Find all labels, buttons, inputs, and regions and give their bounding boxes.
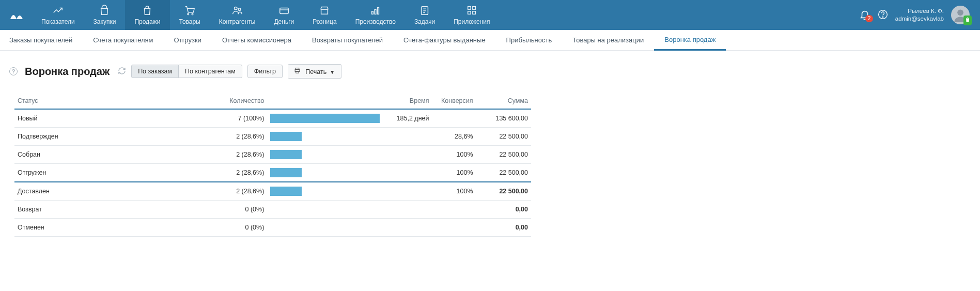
nav-retail[interactable]: Розница: [303, 0, 346, 30]
filter-button[interactable]: Фильтр: [247, 65, 283, 78]
nav-label: Производство: [355, 18, 396, 25]
cell-time: 185,2 дней: [383, 109, 432, 128]
subnav-item[interactable]: Возвраты покупателей: [302, 30, 393, 50]
table-row[interactable]: Отменен0 (0%)0,00: [14, 219, 531, 237]
cell-status: Доставлен: [14, 182, 179, 201]
cell-bar: [267, 109, 382, 128]
page-header: ? Воронка продаж По заказам По контраген…: [0, 51, 980, 88]
user-block[interactable]: Рылеев К. Ф. admin@sevkavlab: [895, 7, 944, 23]
subnav-item[interactable]: Заказы покупателей: [9, 30, 83, 50]
table-row[interactable]: Подтвержден2 (28,6%)28,6%22 500,00: [14, 128, 531, 146]
nav-label: Показатели: [41, 18, 75, 25]
nav-label: Товары: [179, 18, 200, 25]
subnav-item[interactable]: Воронка продаж: [654, 30, 726, 51]
toggle-by-orders[interactable]: По заказам: [131, 65, 179, 78]
nav-label: Задачи: [414, 18, 435, 25]
cell-bar: [267, 182, 382, 201]
svg-rect-9: [468, 7, 471, 10]
notifications-button[interactable]: 2: [859, 9, 870, 22]
subnav-item[interactable]: Прибыльность: [496, 30, 563, 50]
nav-label: Контрагенты: [219, 18, 256, 25]
money-icon: [278, 5, 290, 16]
table-row[interactable]: Доставлен2 (28,6%)100%22 500,00: [14, 182, 531, 201]
th-sum[interactable]: Сумма: [476, 93, 531, 109]
svg-rect-7: [377, 8, 379, 14]
svg-rect-5: [371, 11, 373, 14]
nav-money[interactable]: Деньги: [265, 0, 303, 30]
cell-conv: 28,6%: [432, 128, 476, 146]
table-row[interactable]: Отгружен2 (28,6%)100%22 500,00: [14, 164, 531, 182]
nav-production[interactable]: Производство: [346, 0, 405, 30]
table-row[interactable]: Возврат0 (0%)0,00: [14, 201, 531, 219]
nav-label: Закупки: [94, 18, 116, 25]
cell-qty: 0 (0%): [179, 201, 267, 219]
th-qty[interactable]: Количество: [179, 93, 267, 109]
svg-point-14: [882, 17, 883, 17]
nav-indicators[interactable]: Показатели: [32, 0, 84, 30]
cell-status: Отменен: [14, 219, 179, 237]
nav-label: Продажи: [134, 18, 160, 25]
notifications-badge: 2: [865, 15, 874, 22]
goods-icon: [184, 5, 195, 16]
indicators-icon: [52, 5, 64, 16]
svg-point-1: [192, 13, 193, 15]
retail-icon: [319, 5, 330, 16]
nav-goods[interactable]: Товары: [170, 0, 210, 30]
cell-status: Новый: [14, 109, 179, 128]
svg-point-15: [957, 10, 963, 16]
table-row[interactable]: Собран2 (28,6%)100%22 500,00: [14, 146, 531, 164]
top-nav: ПоказателиЗакупкиПродажиТоварыКонтрагент…: [0, 0, 980, 30]
nav-label: Розница: [313, 18, 336, 25]
help-button[interactable]: [878, 9, 888, 21]
table-row[interactable]: Новый7 (100%)185,2 дней135 600,00: [14, 109, 531, 128]
svg-point-0: [188, 13, 189, 15]
purchases-icon: [99, 5, 110, 16]
nav-apps[interactable]: Приложения: [444, 0, 499, 30]
user-email: admin@sevkavlab: [895, 15, 944, 23]
cell-qty: 2 (28,6%): [179, 128, 267, 146]
cell-status: Отгружен: [14, 164, 179, 182]
th-status[interactable]: Статус: [14, 93, 179, 109]
th-time[interactable]: Время: [383, 93, 432, 109]
cell-sum: 0,00: [476, 201, 531, 219]
cell-time: [383, 146, 432, 164]
cell-sum: 22 500,00: [476, 146, 531, 164]
funnel-table: Статус Количество Время Конверсия Сумма …: [14, 93, 531, 237]
printer-icon: [294, 68, 302, 75]
nav-label: Деньги: [274, 18, 294, 25]
cell-sum: 0,00: [476, 219, 531, 237]
app-logo[interactable]: [8, 7, 25, 23]
svg-rect-4: [280, 8, 289, 13]
svg-point-3: [238, 8, 241, 11]
subnav-item[interactable]: Товары на реализации: [562, 30, 654, 50]
tasks-icon: [419, 5, 430, 16]
cell-status: Подтвержден: [14, 128, 179, 146]
subnav-item[interactable]: Отчеты комиссионера: [212, 30, 302, 50]
subnav-item[interactable]: Отгрузки: [164, 30, 212, 50]
nav-tasks[interactable]: Задачи: [405, 0, 444, 30]
cell-time: [383, 219, 432, 237]
svg-rect-11: [468, 11, 471, 14]
avatar[interactable]: [951, 6, 970, 24]
toggle-by-counterparties[interactable]: По контрагентам: [179, 65, 242, 78]
nav-purchases[interactable]: Закупки: [84, 0, 126, 30]
production-icon: [370, 5, 381, 16]
svg-rect-12: [473, 11, 476, 14]
cell-conv: 100%: [432, 146, 476, 164]
help-icon[interactable]: ?: [9, 67, 18, 75]
cell-qty: 0 (0%): [179, 219, 267, 237]
nav-counterparties[interactable]: Контрагенты: [210, 0, 265, 30]
print-button[interactable]: Печать▼: [288, 64, 341, 79]
nav-sales[interactable]: Продажи: [125, 0, 169, 30]
cell-sum: 22 500,00: [476, 128, 531, 146]
refresh-icon[interactable]: [118, 67, 126, 76]
subnav-item[interactable]: Счета покупателям: [83, 30, 163, 50]
svg-point-2: [235, 7, 238, 10]
cell-conv: 100%: [432, 182, 476, 201]
page-title: Воронка продаж: [25, 66, 110, 78]
nav-label: Приложения: [454, 18, 490, 25]
subnav-item[interactable]: Счета-фактуры выданные: [393, 30, 496, 50]
cell-sum: 135 600,00: [476, 109, 531, 128]
cell-conv: [432, 109, 476, 128]
th-conv[interactable]: Конверсия: [432, 93, 476, 109]
